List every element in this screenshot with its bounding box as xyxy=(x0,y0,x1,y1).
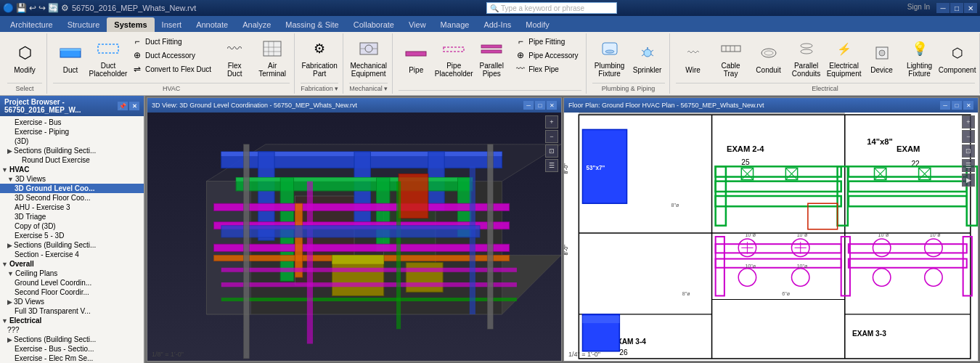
search-bar[interactable]: 🔍 Type a keyword or phrase xyxy=(486,2,617,14)
view-plan-fit[interactable]: ⊡ xyxy=(962,144,975,158)
tree-item-overall[interactable]: ▼Overall xyxy=(0,259,144,269)
duct-btn[interactable]: Duct xyxy=(53,35,88,80)
tree-item-second-coord[interactable]: Second Floor Coordir... xyxy=(0,287,144,297)
parallel-pipes-btn[interactable]: ParallelPipes xyxy=(474,35,509,80)
close-btn[interactable]: ✕ xyxy=(964,3,977,13)
tree-item-elec-rm1[interactable]: Exercise - Elec Rm Se... xyxy=(0,354,144,363)
maximize-btn[interactable]: □ xyxy=(950,3,963,13)
view-3d-settings[interactable]: ☰ xyxy=(545,159,558,172)
conduit-icon xyxy=(757,41,780,65)
close-panel-btn[interactable]: ✕ xyxy=(129,102,139,110)
qa-settings[interactable]: ⚙ xyxy=(61,3,69,13)
tree-item-exercise5[interactable]: Exercise 5 - 3D xyxy=(0,231,144,240)
svg-text:8"ø: 8"ø xyxy=(682,291,690,297)
duct-accessory-btn[interactable]: ⊕ Duct Accessory xyxy=(128,49,214,62)
qa-save[interactable]: 💾 xyxy=(16,3,27,13)
tree-item-question[interactable]: ??? xyxy=(0,325,144,335)
view-plan-scroll-right[interactable]: ▶ xyxy=(962,174,975,187)
duct-placeholder-btn[interactable]: DuctPlaceholder xyxy=(91,35,126,80)
view-plan-settings[interactable]: ☰ xyxy=(962,159,975,172)
ribbon-panel: ⬡ Modify Select Duct xyxy=(0,32,980,96)
view-3d-fit[interactable]: ⊡ xyxy=(545,144,558,158)
mech-equip-btn[interactable]: MechanicalEquipment xyxy=(351,35,386,80)
tree-item-3d-ground[interactable]: 3D Ground Level Coo... xyxy=(0,184,144,193)
wire-btn[interactable]: 〰 Wire xyxy=(676,35,711,80)
tree-item-exercise-piping[interactable]: Exercise - Piping xyxy=(0,127,144,136)
view-plan-scale: 1/4" = 1'-0" xyxy=(568,351,600,358)
air-terminal-btn[interactable]: AirTerminal xyxy=(255,35,290,80)
tab-modify[interactable]: Modify xyxy=(518,17,556,32)
app-menu-btn[interactable]: 🔵 xyxy=(3,3,14,13)
modify-btn[interactable]: ⬡ Modify xyxy=(7,35,42,80)
view-3d-minimize[interactable]: ─ xyxy=(523,101,534,110)
tree-item-sections2[interactable]: ▶Sections (Building Secti... xyxy=(0,240,144,250)
view-3d-close[interactable]: ✕ xyxy=(547,101,557,110)
cable-tray-label: CableTray xyxy=(722,62,740,78)
tree-item-sections-elec[interactable]: ▶Sections (Building Secti... xyxy=(0,335,144,344)
tree-item-ahu[interactable]: AHU - Exercise 3 xyxy=(0,203,144,212)
minimize-btn[interactable]: ─ xyxy=(936,3,950,13)
view-plan-zoom-out[interactable]: − xyxy=(962,130,975,143)
parallel-conduits-btn[interactable]: ParallelConduits xyxy=(789,35,824,80)
tree-item-3d-triage[interactable]: 3D Triage xyxy=(0,212,144,221)
pipe-accessory-btn[interactable]: ⊕ Pipe Accessory xyxy=(512,49,581,62)
view-content-plan[interactable]: 53"x7" EXAM 2-4 25 14"x8" EXAM 22 EXAM 3… xyxy=(564,113,978,361)
view-plan-maximize[interactable]: □ xyxy=(952,101,962,110)
tab-view[interactable]: View xyxy=(401,17,433,32)
tab-analyze[interactable]: Analyze xyxy=(235,17,278,32)
tree-item-3dviews2[interactable]: ▶3D Views xyxy=(0,297,144,306)
tree-item-full3d[interactable]: Full 3D Transparent V... xyxy=(0,306,144,316)
sprinkler-btn[interactable]: Sprinkler xyxy=(630,35,665,80)
view-3d-maximize[interactable]: □ xyxy=(535,101,545,110)
tab-systems[interactable]: Systems xyxy=(107,17,154,32)
tree-item-hvac[interactable]: ▼HVAC xyxy=(0,165,144,174)
plumbing-fixture-btn[interactable]: PlumbingFixture xyxy=(592,35,627,80)
view-content-3d[interactable]: + − ⊡ ☰ 1/8" = 1'-0" xyxy=(147,113,561,361)
tree-item-ex-bus-sec[interactable]: Exercise - Bus - Sectio... xyxy=(0,344,144,354)
convert-flex-btn[interactable]: ⇌ Convert to Flex Duct xyxy=(128,62,214,76)
tab-massing[interactable]: Massing & Site xyxy=(278,17,346,32)
svg-text:10"ø: 10"ø xyxy=(878,232,889,238)
tab-architecture[interactable]: Architecture xyxy=(3,17,60,32)
fab-part-btn[interactable]: ⚙ FabricationPart xyxy=(302,35,337,80)
tree-item-3d-views[interactable]: ▼3D Views xyxy=(0,174,144,184)
sign-in-btn[interactable]: Sign In xyxy=(907,3,930,13)
tree-item-exercise-bus[interactable]: Exercise - Bus xyxy=(0,118,144,127)
tree-item-3d[interactable]: (3D) xyxy=(0,136,144,146)
view-plan-close[interactable]: ✕ xyxy=(963,101,973,110)
tree-item-round-duct[interactable]: Round Duct Exercise xyxy=(0,155,144,165)
tab-insert[interactable]: Insert xyxy=(155,17,189,32)
qa-sync[interactable]: 🔄 xyxy=(48,3,59,13)
tree-item-copy-3d[interactable]: Copy of (3D) xyxy=(0,221,144,231)
qa-undo[interactable]: ↩ xyxy=(29,3,36,13)
device-btn[interactable]: Device xyxy=(865,35,899,80)
pipe-fitting-btn[interactable]: ⌐ Pipe Fitting xyxy=(512,35,581,48)
conduit-btn[interactable]: Conduit xyxy=(751,35,786,80)
tab-structure[interactable]: Structure xyxy=(60,17,107,32)
cable-tray-btn[interactable]: CableTray xyxy=(714,35,748,80)
duct-fitting-btn[interactable]: ⌐ Duct Fitting xyxy=(128,35,214,48)
flex-pipe-btn[interactable]: 〰 Flex Pipe xyxy=(512,62,581,76)
elec-equip-btn[interactable]: ⚡ ElectricalEquipment xyxy=(827,35,862,80)
tab-collaborate[interactable]: Collaborate xyxy=(346,17,401,32)
view-plan-zoom-in[interactable]: + xyxy=(962,115,975,129)
pipe-btn[interactable]: Pipe xyxy=(399,35,433,80)
pipe-placeholder-btn[interactable]: PipePlaceholder xyxy=(436,35,471,80)
tab-annotate[interactable]: Annotate xyxy=(189,17,235,32)
view-3d-zoom-in[interactable]: + xyxy=(545,115,558,129)
tree-item-ground-coord[interactable]: Ground Level Coordin... xyxy=(0,278,144,287)
component-btn[interactable]: ⬡ Component xyxy=(940,35,975,80)
tab-manage[interactable]: Manage xyxy=(433,17,477,32)
lighting-btn[interactable]: 💡 LightingFixture xyxy=(902,35,937,80)
pin-btn[interactable]: 📌 xyxy=(118,102,128,110)
flex-duct-btn[interactable]: 〰 FlexDuct xyxy=(217,35,252,80)
tree-item-electrical[interactable]: ▼Electrical xyxy=(0,316,144,325)
view-plan-minimize[interactable]: ─ xyxy=(940,101,950,110)
tree-item-section-ex4[interactable]: Section - Exercise 4 xyxy=(0,250,144,259)
tree-item-3d-second[interactable]: 3D Second Floor Coo... xyxy=(0,193,144,203)
tab-addins[interactable]: Add-Ins xyxy=(476,17,518,32)
tree-item-sections[interactable]: ▶Sections (Building Secti... xyxy=(0,146,144,155)
view-3d-zoom-out[interactable]: − xyxy=(545,130,558,143)
tree-item-ceiling[interactable]: ▼Ceiling Plans xyxy=(0,269,144,278)
qa-redo[interactable]: ↪ xyxy=(38,3,46,13)
